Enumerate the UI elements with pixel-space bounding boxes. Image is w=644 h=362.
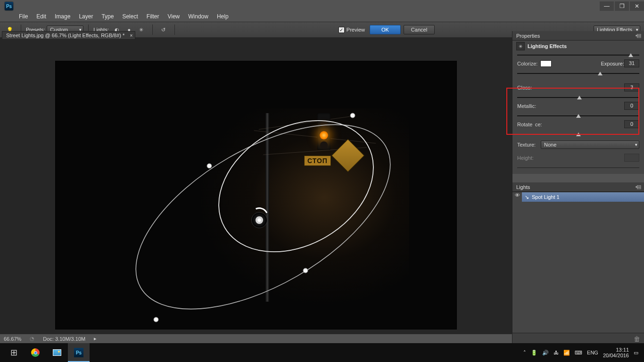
lights-panel: Lights ▪▤ 👁 ↘ Spot Light 1 — [512, 182, 644, 202]
keyboard-icon[interactable]: ⌨ — [575, 350, 582, 356]
infinite-light-icon[interactable]: ✳ — [136, 25, 147, 35]
exposure-slider[interactable] — [517, 72, 639, 75]
canvas[interactable]: СТОП — [56, 61, 456, 329]
taskbar: ⊞ Ps ˄ 🔋 🔊 🖧 📶 ⌨ ENG 13:11 20/04/2016 ▭ — [0, 343, 644, 362]
pole — [265, 113, 269, 302]
colorize-swatch[interactable] — [540, 60, 552, 67]
minimize-button[interactable]: — — [600, 1, 614, 11]
chrome-taskbar-icon[interactable] — [25, 343, 46, 362]
lights-panel-menu-icon[interactable]: ▪▤ — [636, 184, 640, 190]
stop-sign: СТОП — [304, 156, 331, 166]
menu-window[interactable]: Window — [188, 13, 208, 20]
traffic-light-bottom — [320, 141, 328, 149]
top-slider[interactable] — [517, 54, 639, 57]
title-bar: Ps — ❐ ✕ — [0, 0, 644, 12]
action-center-icon[interactable]: ▭ — [634, 350, 638, 356]
zoom-level[interactable]: 66.67% — [4, 336, 21, 342]
light-glow — [197, 108, 409, 306]
metallic-label: Metallic: — [517, 103, 536, 109]
gloss-label: Gloss: — [517, 85, 532, 90]
clock-time: 13:11 — [603, 347, 629, 353]
gloss-slider[interactable] — [517, 96, 639, 99]
network-icon[interactable]: 🖧 — [553, 350, 559, 355]
height-value — [624, 154, 639, 162]
wifi-icon[interactable]: 📶 — [563, 350, 570, 356]
light-type-icon: ↘ — [525, 194, 529, 200]
properties-tab-label: Properties — [516, 33, 540, 39]
menu-edit[interactable]: Edit — [36, 13, 46, 20]
traffic-light-amber — [320, 131, 328, 140]
restore-button[interactable]: ❐ — [615, 1, 629, 11]
light-list-item[interactable]: ↘ Spot Light 1 — [522, 192, 644, 202]
close-tab-icon[interactable]: × — [130, 33, 132, 38]
svg-point-5 — [154, 317, 158, 322]
document-tab-title: Street Lights.jpg @ 66.7% (Light Effects… — [6, 33, 124, 38]
preview-checkbox[interactable]: ✓ — [339, 27, 345, 33]
right-panel: Properties ▪▤ ✳ Lighting Effects Coloriz… — [512, 31, 644, 343]
lights-tab-label: Lights — [516, 184, 530, 190]
menu-help[interactable]: Help — [217, 13, 229, 20]
menu-layer[interactable]: Layer — [79, 13, 93, 20]
ok-button[interactable]: OK — [370, 25, 401, 34]
metallic-slider[interactable] — [517, 115, 639, 117]
panel-menu-icon[interactable]: ▪▤ — [636, 33, 640, 39]
photos-taskbar-icon[interactable] — [46, 343, 68, 362]
ambience-label-fragment: ce: — [535, 122, 542, 127]
start-button[interactable]: ⊞ — [3, 343, 25, 362]
ambience-value[interactable]: 0 — [624, 120, 639, 128]
clock[interactable]: 13:11 20/04/2016 — [603, 347, 629, 358]
status-bar: 66.67% ◔ Doc: 3.10M/3.10M ▸ — [0, 334, 512, 343]
light-center-handle[interactable] — [251, 212, 267, 228]
close-button[interactable]: ✕ — [630, 1, 644, 11]
system-tray: ˄ 🔋 🔊 🖧 📶 ⌨ ENG 13:11 20/04/2016 ▭ — [523, 347, 641, 358]
colorize-label: Colorize: — [517, 61, 537, 66]
workspace: Street Lights.jpg @ 66.7% (Light Effects… — [0, 38, 512, 343]
doc-info-arrow-icon[interactable]: ▸ — [94, 336, 97, 342]
lighting-effects-icon: ✳ — [516, 42, 525, 50]
properties-header-label: Lighting Effects — [528, 43, 567, 49]
clock-date: 20/04/2016 — [603, 353, 629, 358]
tray-chevron-icon[interactable]: ˄ — [523, 350, 526, 356]
cancel-button[interactable]: Cancel — [404, 25, 435, 34]
preview-label: Preview — [347, 27, 365, 33]
height-slider — [517, 166, 639, 169]
app-logo: Ps — [5, 2, 13, 10]
volume-icon[interactable]: 🔊 — [542, 350, 549, 356]
menu-bar: File Edit Image Layer Type Select Filter… — [0, 12, 644, 22]
menu-view[interactable]: View — [167, 13, 180, 20]
menu-select[interactable]: Select — [122, 13, 138, 20]
rotate-tooltip: Rotate — [517, 122, 534, 127]
language-indicator[interactable]: ENG — [587, 350, 598, 355]
document-tab[interactable]: Street Lights.jpg @ 66.7% (Light Effects… — [2, 31, 135, 40]
menu-type[interactable]: Type — [101, 13, 114, 20]
light-item-label: Spot Light 1 — [532, 194, 560, 200]
ambience-slider[interactable] — [517, 133, 639, 136]
properties-header: ✳ Lighting Effects — [512, 41, 644, 52]
exposure-value[interactable]: 31 — [624, 59, 639, 67]
window-controls: — ❐ ✕ — [599, 1, 644, 11]
texture-dropdown[interactable]: None — [541, 140, 639, 149]
photoshop-taskbar-icon[interactable]: Ps — [68, 343, 90, 362]
menu-image[interactable]: Image — [55, 13, 70, 20]
properties-body: Colorize: Exposure: 31 Gloss: 3 Metallic… — [512, 52, 644, 174]
canvas-area: СТОП — [0, 47, 512, 343]
lights-tab[interactable]: Lights ▪▤ — [512, 182, 644, 192]
reset-icon[interactable]: ↺ — [158, 25, 169, 35]
menu-file[interactable]: File — [19, 13, 28, 20]
texture-label: Texture: — [517, 142, 541, 148]
doc-size: Doc: 3.10M/3.10M — [43, 336, 85, 342]
visibility-toggle[interactable]: 👁 — [512, 192, 522, 202]
gloss-value[interactable]: 3 — [624, 83, 639, 91]
status-icon[interactable]: ◔ — [30, 336, 34, 342]
traffic-light-top — [320, 120, 328, 127]
menu-filter[interactable]: Filter — [147, 13, 159, 20]
delete-light-icon[interactable]: 🗑 — [630, 333, 644, 343]
exposure-label: Exposure: — [601, 61, 624, 66]
height-label: Height: — [517, 155, 534, 161]
properties-tab[interactable]: Properties ▪▤ — [512, 31, 644, 41]
battery-icon[interactable]: 🔋 — [531, 350, 537, 356]
metallic-value[interactable]: 0 — [624, 102, 639, 110]
